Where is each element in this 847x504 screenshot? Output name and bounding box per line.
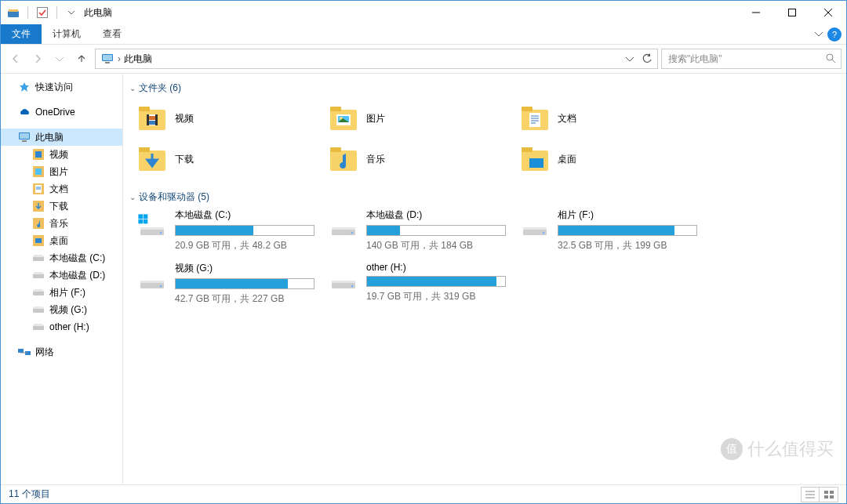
sidebar-item-label: 图片 xyxy=(49,165,68,179)
desktop-folder-icon xyxy=(520,144,550,174)
folder-pictures[interactable]: 图片 xyxy=(329,100,520,137)
svg-rect-4 xyxy=(789,9,796,16)
search-input[interactable] xyxy=(667,53,825,65)
documents-icon xyxy=(32,183,45,195)
svg-rect-68 xyxy=(138,219,143,224)
sidebar-item-drive-c[interactable]: 本地磁盘 (C:) xyxy=(1,249,122,267)
sidebar-item-drive-h[interactable]: other (H:) xyxy=(1,318,122,335)
search-box[interactable] xyxy=(661,49,842,69)
drive-icon xyxy=(32,252,45,264)
svg-rect-34 xyxy=(34,306,43,309)
body: 快速访问 OneDrive 此电脑 视频 xyxy=(1,73,846,484)
drive-item[interactable]: 视频 (G:)42.7 GB 可用，共 227 GB xyxy=(137,262,329,306)
address-bar[interactable]: › 此电脑 xyxy=(95,49,658,69)
breadcrumb-root[interactable]: 此电脑 xyxy=(121,53,155,66)
view-icons-button[interactable] xyxy=(820,487,838,502)
tab-file[interactable]: 文件 xyxy=(1,24,42,44)
sidebar-item-onedrive[interactable]: OneDrive xyxy=(1,103,122,121)
folder-downloads[interactable]: 下载 xyxy=(137,140,329,178)
sidebar-item-label: 本地磁盘 (C:) xyxy=(49,252,105,265)
svg-point-72 xyxy=(160,232,162,234)
address-row: › 此电脑 xyxy=(1,45,846,73)
folder-label: 下载 xyxy=(175,153,194,166)
svg-point-75 xyxy=(351,232,353,234)
svg-rect-71 xyxy=(140,227,164,230)
svg-rect-16 xyxy=(35,151,42,158)
sidebar-item-documents[interactable]: 文档 xyxy=(1,180,122,198)
drive-info: 本地磁盘 (C:)20.9 GB 可用，共 48.2 GB xyxy=(175,208,329,252)
drive-usage-bar xyxy=(175,278,314,289)
sidebar-item-drive-g[interactable]: 视频 (G:) xyxy=(1,301,122,318)
svg-rect-28 xyxy=(34,255,43,257)
recent-locations-button[interactable] xyxy=(49,49,70,69)
view-details-button[interactable] xyxy=(801,487,820,502)
sidebar-item-videos[interactable]: 视频 xyxy=(1,146,122,163)
back-button[interactable] xyxy=(5,49,26,69)
window-title: 此电脑 xyxy=(84,6,112,20)
pictures-icon xyxy=(32,165,45,178)
tab-computer[interactable]: 计算机 xyxy=(42,24,92,44)
svg-rect-8 xyxy=(103,55,112,60)
svg-rect-83 xyxy=(332,281,355,283)
sidebar-item-drive-d[interactable]: 本地磁盘 (D:) xyxy=(1,267,122,284)
folder-videos[interactable]: 视频 xyxy=(137,100,329,137)
sidebar-item-quick-access[interactable]: 快速访问 xyxy=(1,78,122,96)
checkbox-icon[interactable] xyxy=(35,5,50,20)
drive-info: 相片 (F:)32.5 GB 可用，共 199 GB xyxy=(558,208,711,252)
drive-info: 视频 (G:)42.7 GB 可用，共 227 GB xyxy=(175,262,329,306)
sidebar-item-network[interactable]: 网络 xyxy=(1,343,122,361)
svg-rect-30 xyxy=(34,272,43,274)
separator xyxy=(27,6,28,19)
drive-icon xyxy=(32,321,45,333)
expand-ribbon-icon[interactable] xyxy=(815,29,823,40)
svg-rect-41 xyxy=(139,107,150,111)
folder-label: 音乐 xyxy=(366,153,385,166)
svg-rect-69 xyxy=(144,219,148,224)
sidebar-item-desktop[interactable]: 桌面 xyxy=(1,232,122,249)
qat-dropdown-icon[interactable] xyxy=(64,5,79,20)
tab-view[interactable]: 查看 xyxy=(92,24,133,44)
drive-usage-bar xyxy=(366,276,506,287)
refresh-button[interactable] xyxy=(638,50,656,67)
up-button[interactable] xyxy=(71,49,92,69)
svg-rect-91 xyxy=(830,495,834,499)
minimize-button[interactable] xyxy=(738,1,774,24)
drive-item[interactable]: 相片 (F:)32.5 GB 可用，共 199 GB xyxy=(520,208,711,252)
svg-rect-9 xyxy=(105,62,110,63)
folder-music[interactable]: 音乐 xyxy=(329,140,520,178)
view-toggles xyxy=(801,487,838,502)
svg-rect-18 xyxy=(35,169,42,175)
close-button[interactable] xyxy=(810,1,846,24)
address-dropdown-button[interactable] xyxy=(621,50,638,67)
downloads-icon xyxy=(32,200,45,212)
sidebar-item-label: 视频 xyxy=(49,148,68,161)
search-icon[interactable] xyxy=(825,53,836,66)
sidebar-item-music[interactable]: 音乐 xyxy=(1,215,122,232)
drive-usage-bar xyxy=(558,225,697,236)
drive-icon xyxy=(32,303,45,316)
sidebar-item-this-pc[interactable]: 此电脑 xyxy=(1,129,122,146)
folder-desktop[interactable]: 桌面 xyxy=(520,140,711,178)
sidebar-item-downloads[interactable]: 下载 xyxy=(1,198,122,215)
section-header-folders[interactable]: ⌄ 文件夹 (6) xyxy=(123,80,846,100)
drive-space-text: 19.7 GB 可用，共 319 GB xyxy=(366,290,506,303)
forward-button[interactable] xyxy=(27,49,48,69)
sidebar-item-pictures[interactable]: 图片 xyxy=(1,163,122,180)
sidebar-item-label: 网络 xyxy=(35,346,54,359)
videos-folder-icon xyxy=(137,103,167,133)
drive-space-text: 42.7 GB 可用，共 227 GB xyxy=(175,292,314,306)
chevron-down-icon: ⌄ xyxy=(129,84,136,92)
titlebar: 此电脑 xyxy=(1,1,846,24)
sidebar-item-label: other (H:) xyxy=(49,321,89,332)
svg-rect-26 xyxy=(35,238,42,243)
help-icon[interactable]: ? xyxy=(827,27,842,42)
drive-item[interactable]: 本地磁盘 (C:)20.9 GB 可用，共 48.2 GB xyxy=(137,208,329,252)
drive-item[interactable]: 本地磁盘 (D:)140 GB 可用，共 184 GB xyxy=(329,208,520,252)
folder-documents[interactable]: 文档 xyxy=(520,100,711,137)
folder-label: 文档 xyxy=(558,112,576,125)
sidebar-item-drive-f[interactable]: 相片 (F:) xyxy=(1,284,122,301)
app-icon xyxy=(5,5,21,20)
drive-item[interactable]: other (H:)19.7 GB 可用，共 319 GB xyxy=(329,262,520,306)
section-header-drives[interactable]: ⌄ 设备和驱动器 (5) xyxy=(123,189,846,208)
maximize-button[interactable] xyxy=(774,1,810,24)
